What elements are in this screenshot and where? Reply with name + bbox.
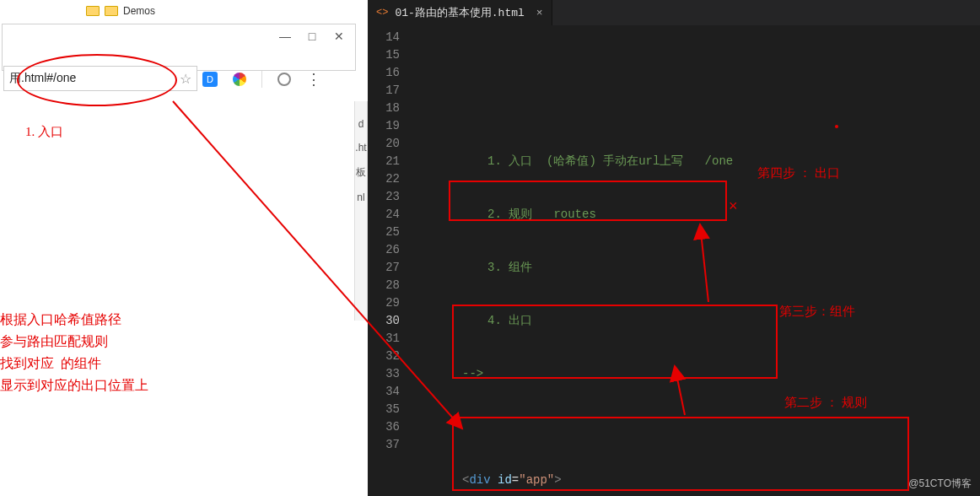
window-maximize-button[interactable]: □ — [306, 30, 318, 43]
annotation-box-step4 — [449, 181, 727, 221]
annotation-box-step2 — [452, 417, 909, 491]
annotation-step2-label: 第二步 ： 规则 — [784, 395, 867, 411]
annotation-box-step3 — [452, 305, 778, 379]
annotation-ellipse — [17, 54, 177, 106]
file-sidebar-sliver: d .ht 板 nl — [354, 101, 368, 321]
window-close-button[interactable]: ✕ — [333, 30, 345, 43]
editor-tab[interactable]: <> 01-路由的基本使用.html × — [368, 0, 552, 25]
browser-titlebar: — □ ✕ — [3, 24, 355, 48]
window-minimize-button[interactable]: — — [279, 30, 291, 43]
bookmark-star-icon[interactable]: ☆ — [180, 71, 191, 87]
annotation-step4-label: 第四步 ： 出口 — [757, 165, 840, 181]
folder-icon — [86, 6, 100, 16]
explorer-tab[interactable]: Demos — [86, 0, 155, 22]
folder-icon — [105, 6, 118, 16]
editor-tab-title: 01-路由的基本使用.html — [395, 5, 524, 20]
menu-dots-icon[interactable]: ⋮ — [306, 70, 320, 89]
annotation-entry-label: 1. 入口 — [25, 124, 63, 140]
color-wheel-icon[interactable] — [233, 73, 246, 86]
line-number-gutter: 14151617181920 21222324252627 2829303132… — [368, 25, 412, 496]
annotation-flow-text: 根据入口哈希值路径 参与路由匹配规则 找到对应 的组件 显示到对应的出口位置上 — [0, 309, 148, 396]
watermark: @51CTO博客 — [908, 477, 972, 491]
separator — [261, 71, 262, 88]
html-file-icon: <> — [376, 7, 388, 19]
annotation-step3-label: 第三步：组件 — [779, 304, 855, 320]
code-line: 3. 组件 — [412, 259, 972, 277]
code-line: 1. 入口 (哈希值) 手动在url上写 /one — [412, 153, 972, 170]
extension-icon[interactable]: D — [202, 72, 218, 87]
editor-tab-bar: <> 01-路由的基本使用.html × — [368, 0, 980, 25]
explorer-tab-label: Demos — [123, 2, 155, 20]
profile-icon[interactable] — [277, 73, 291, 86]
close-icon[interactable]: × — [536, 7, 543, 19]
